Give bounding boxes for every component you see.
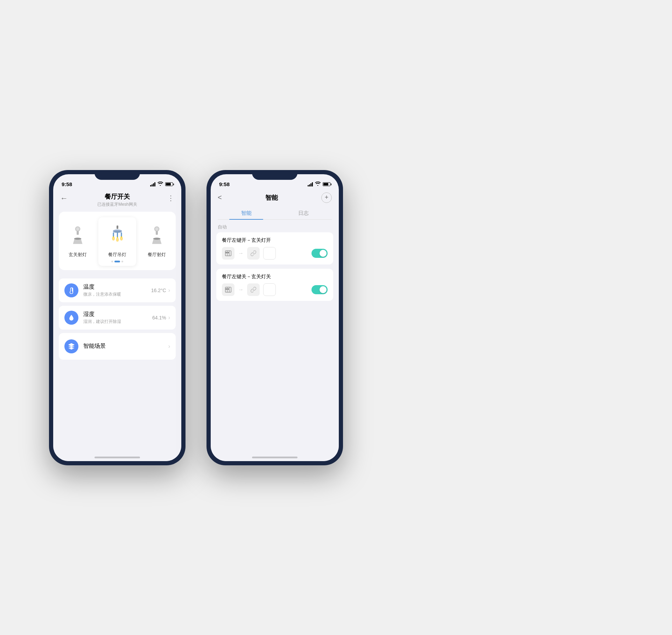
auto-arrow-1: → xyxy=(238,250,244,256)
svg-point-3 xyxy=(74,238,82,240)
right-phone: 9:58 < 智能 + xyxy=(206,170,343,465)
automation-card-2: 餐厅左键关－玄关灯关 → xyxy=(216,269,333,301)
home-indicator-right xyxy=(252,457,298,458)
status-icons-left xyxy=(150,182,173,187)
temperature-name: 温度 xyxy=(83,283,151,291)
svg-point-25 xyxy=(226,252,227,253)
temperature-desc: 微凉，注意添衣保暖 xyxy=(83,291,151,297)
humidity-row[interactable]: 湿度 湿润，建议打开除湿 64.1% › xyxy=(59,306,176,330)
battery-icon-right xyxy=(323,182,330,186)
tab-log[interactable]: 日志 xyxy=(275,207,332,219)
smart-title: 智能 xyxy=(265,193,278,202)
device-title: 餐厅开关 xyxy=(60,192,174,201)
auto-section-label: 自动 xyxy=(211,220,339,232)
status-icons-right xyxy=(308,182,330,187)
device-header: ← 餐厅开关 已连接蓝牙Mesh网关 ⋮ xyxy=(53,190,181,212)
temperature-chevron: › xyxy=(168,287,170,294)
auto-switch-icon-2 xyxy=(222,283,234,296)
auto-light-icon-2 xyxy=(263,283,276,296)
dot-2 xyxy=(114,261,120,262)
sensor-section: 温度 微凉，注意添衣保暖 16.2°C › 湿度 湿润，建议打 xyxy=(59,278,176,360)
automation-title-1: 餐厅左键开－玄关灯开 xyxy=(222,237,328,244)
signal-icon xyxy=(150,182,155,186)
svg-point-16 xyxy=(121,236,122,237)
right-screen-content: < 智能 + 智能 日志 自动 餐厅左键开－玄关灯开 xyxy=(211,190,339,461)
device-name-2: 餐厅吊灯 xyxy=(108,252,126,258)
more-button[interactable]: ⋮ xyxy=(167,194,174,202)
svg-point-20 xyxy=(153,238,160,240)
svg-rect-5 xyxy=(117,226,118,229)
humidity-info: 湿度 湿润，建议打开除湿 xyxy=(83,311,152,325)
humidity-desc: 湿润，建议打开除湿 xyxy=(83,319,152,325)
chandelier-icon xyxy=(103,221,131,249)
svg-point-30 xyxy=(226,288,227,289)
carousel-indicators xyxy=(111,261,123,262)
smart-scene-row[interactable]: 智能场景 › xyxy=(59,333,176,360)
svg-point-31 xyxy=(228,288,229,289)
smart-tabs: 智能 日志 xyxy=(218,207,332,220)
automation-icons-1: → xyxy=(222,247,328,260)
tab-smart[interactable]: 智能 xyxy=(218,207,275,219)
svg-point-4 xyxy=(76,227,79,231)
smart-scene-icon-circle xyxy=(64,339,78,353)
svg-rect-1 xyxy=(77,231,79,235)
temperature-value: 16.2°C xyxy=(151,288,166,293)
auto-toggle-2[interactable] xyxy=(312,285,328,294)
dot-1 xyxy=(111,261,113,262)
temperature-row[interactable]: 温度 微凉，注意添衣保暖 16.2°C › xyxy=(59,278,176,302)
smart-scene-chevron: › xyxy=(168,343,170,350)
automation-card-1: 餐厅左键开－玄关灯开 → xyxy=(216,232,333,264)
smart-header: < 智能 + xyxy=(211,190,339,203)
notch xyxy=(94,170,140,180)
svg-rect-18 xyxy=(156,231,158,235)
humidity-name: 湿度 xyxy=(83,311,152,318)
svg-point-15 xyxy=(117,237,118,238)
carousel-item-3[interactable]: 餐厅射灯 xyxy=(138,217,176,266)
automation-icons-2: → xyxy=(222,283,328,296)
humidity-icon-circle xyxy=(64,311,78,325)
spotlight-icon-2 xyxy=(143,221,171,249)
auto-switch-icon-1 xyxy=(222,247,234,260)
notch-right xyxy=(252,170,298,180)
battery-icon xyxy=(165,182,173,186)
svg-point-14 xyxy=(113,236,114,237)
signal-icon-right xyxy=(308,182,313,186)
left-phone: 9:58 ← 餐厅开关 已连接蓝牙 xyxy=(49,170,186,465)
auto-light-icon-1 xyxy=(263,247,276,260)
carousel-item-1[interactable]: 玄关射灯 xyxy=(59,217,97,266)
device-subtitle: 已连接蓝牙Mesh网关 xyxy=(60,202,174,207)
smart-scene-name: 智能场景 xyxy=(83,343,106,350)
svg-point-11 xyxy=(116,238,119,241)
auto-link-icon-1 xyxy=(247,247,260,260)
device-carousel: 玄关射灯 xyxy=(59,212,176,270)
spotlight-icon-1 xyxy=(64,221,92,249)
back-button-left[interactable]: ← xyxy=(60,194,68,203)
auto-toggle-1[interactable] xyxy=(312,249,328,258)
home-indicator-left xyxy=(94,457,140,458)
status-time-left: 9:58 xyxy=(62,181,72,187)
svg-point-26 xyxy=(228,252,229,253)
humidity-value: 64.1% xyxy=(152,315,166,320)
device-name-3: 餐厅射灯 xyxy=(148,252,166,258)
automation-title-2: 餐厅左键关－玄关灯关 xyxy=(222,274,328,280)
carousel-item-2[interactable]: 餐厅吊灯 xyxy=(98,217,136,266)
temperature-icon-circle xyxy=(64,283,78,297)
back-button-right[interactable]: < xyxy=(218,193,222,202)
auto-link-icon-2 xyxy=(247,283,260,296)
left-screen-content: ← 餐厅开关 已连接蓝牙Mesh网关 ⋮ xyxy=(53,190,181,461)
add-button[interactable]: + xyxy=(321,192,332,203)
svg-rect-7 xyxy=(114,231,121,232)
wifi-icon-right xyxy=(315,182,321,187)
svg-point-21 xyxy=(155,227,158,231)
device-name-1: 玄关射灯 xyxy=(69,252,87,258)
dot-3 xyxy=(121,261,123,262)
auto-arrow-2: → xyxy=(238,287,244,293)
wifi-icon xyxy=(158,182,163,187)
temperature-info: 温度 微凉，注意添衣保暖 xyxy=(83,283,151,297)
status-time-right: 9:58 xyxy=(219,181,230,187)
humidity-chevron: › xyxy=(168,315,170,321)
